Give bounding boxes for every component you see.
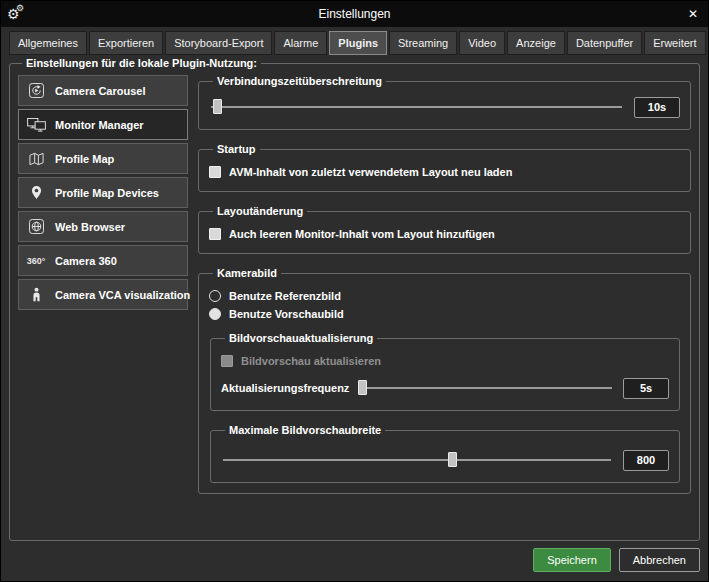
reload-avm-content-label: AVM-Inhalt von zuletzt verwendetem Layou… [229,166,512,178]
refresh-frequency-slider[interactable] [358,377,614,399]
settings-dialog: ⚙⚙ Einstellungen ✕ Allgemeines Exportier… [0,0,709,582]
camera-360-icon: 360° [24,256,48,266]
close-button[interactable]: ✕ [688,7,698,21]
tab-alarme[interactable]: Alarme [274,31,327,55]
layout-change-legend: Layoutänderung [213,205,307,217]
tab-anzeige[interactable]: Anzeige [507,31,565,55]
sidebar-item-camera-vca-visualization[interactable]: Camera VCA visualization [18,279,188,310]
map-icon [24,152,48,166]
tab-exportieren[interactable]: Exportieren [89,31,163,55]
use-reference-image-label: Benutze Referenzbild [229,290,341,302]
reload-avm-content-checkbox[interactable] [209,166,221,178]
sidebar-item-profile-map[interactable]: Profile Map [18,143,188,174]
slider-track[interactable] [360,387,612,389]
connection-timeout-value[interactable]: 10s [634,97,680,118]
slider-thumb[interactable] [448,452,457,467]
tab-video[interactable]: Video [459,31,505,55]
layout-change-group: Layoutänderung Auch leeren Monitor-Inhal… [198,205,691,254]
camera-image-legend: Kamerabild [213,267,281,279]
titlebar: ⚙⚙ Einstellungen ✕ [1,1,708,27]
person-icon [24,287,48,302]
monitor-manager-icon [24,118,48,132]
plugin-settings-panel: Verbindungszeitüberschreitung 10s Startu… [198,75,691,532]
tab-datenpuffer[interactable]: Datenpuffer [567,31,642,55]
sidebar-item-label: Camera 360 [55,255,117,267]
connection-timeout-group: Verbindungszeitüberschreitung 10s [198,75,691,130]
plugin-list: Camera Carousel Monitor Manager Profile … [18,75,188,532]
use-reference-image-radio[interactable] [209,290,221,302]
sidebar-item-label: Camera VCA visualization [55,289,190,301]
plugin-settings-group: Einstellungen für die lokale Plugin-Nutz… [9,57,700,541]
refresh-frequency-label: Aktualisierungsfrequenz [221,382,349,394]
window-title: Einstellungen [1,7,708,21]
tab-storyboard-export[interactable]: Storyboard-Export [165,31,272,55]
sidebar-item-camera-carousel[interactable]: Camera Carousel [18,75,188,106]
refresh-preview-label: Bildvorschau aktualisieren [241,355,381,367]
add-empty-monitor-content-label: Auch leeren Monitor-Inhalt vom Layout hi… [229,228,495,240]
sidebar-item-web-browser[interactable]: Web Browser [18,211,188,242]
sidebar-item-camera-360[interactable]: 360° Camera 360 [18,245,188,276]
tab-allgemeines[interactable]: Allgemeines [9,31,87,55]
max-preview-width-group: Maximale Bildvorschaubreite 800 [210,424,680,483]
sidebar-item-label: Web Browser [55,221,125,233]
group-label: Einstellungen für die lokale Plugin-Nutz… [22,57,261,69]
sidebar-item-monitor-manager[interactable]: Monitor Manager [18,109,188,140]
startup-legend: Startup [213,143,260,155]
sidebar-item-label: Camera Carousel [55,85,146,97]
map-pin-icon [24,185,48,200]
add-empty-monitor-content-checkbox[interactable] [209,228,221,240]
max-preview-width-slider[interactable] [221,449,613,471]
slider-thumb[interactable] [358,380,367,395]
slider-track[interactable] [223,459,611,461]
preview-refresh-legend: Bildvorschauaktualisierung [225,332,377,344]
save-button[interactable]: Speichern [533,548,611,572]
use-preview-image-radio[interactable] [209,308,221,320]
tab-plugins[interactable]: Plugins [329,31,387,55]
slider-track[interactable] [211,106,622,108]
startup-group: Startup AVM-Inhalt von zuletzt verwendet… [198,143,691,192]
use-preview-image-label: Benutze Vorschaubild [229,308,344,320]
refresh-preview-checkbox [221,355,233,367]
tab-erweitert[interactable]: Erweitert [644,31,705,55]
connection-timeout-legend: Verbindungszeitüberschreitung [213,75,386,87]
globe-icon [24,219,48,234]
carousel-icon [24,83,48,98]
sidebar-item-label: Profile Map [55,153,114,165]
max-preview-width-legend: Maximale Bildvorschaubreite [225,424,385,436]
dialog-footer: Speichern Abbrechen [533,548,700,572]
sidebar-item-label: Monitor Manager [55,119,144,131]
plugin-settings-content: Camera Carousel Monitor Manager Profile … [18,75,691,532]
slider-thumb[interactable] [213,99,222,114]
tab-streaming[interactable]: Streaming [389,31,457,55]
connection-timeout-slider[interactable] [209,96,624,118]
preview-refresh-group: Bildvorschauaktualisierung Bildvorschau … [210,332,680,411]
sidebar-item-profile-map-devices[interactable]: Profile Map Devices [18,177,188,208]
sidebar-item-label: Profile Map Devices [55,187,159,199]
refresh-frequency-value[interactable]: 5s [623,378,669,399]
camera-image-group: Kamerabild Benutze Referenzbild Benutze … [198,267,691,494]
tabbar: Allgemeines Exportieren Storyboard-Expor… [9,31,700,55]
cancel-button[interactable]: Abbrechen [619,548,700,572]
max-preview-width-value[interactable]: 800 [623,450,669,471]
